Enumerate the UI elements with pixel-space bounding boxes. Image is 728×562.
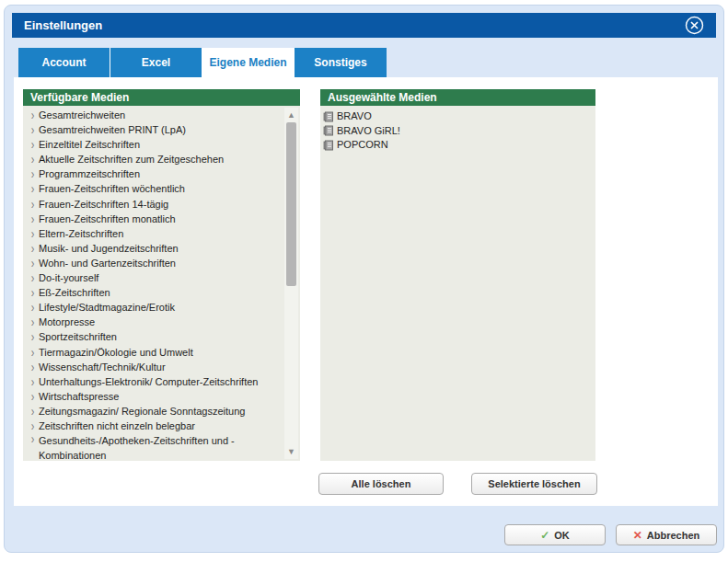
tree-item[interactable]: › Wirtschaftspresse (27, 389, 282, 404)
tree-item-label: Motorpresse (39, 315, 95, 329)
magazine-icon (323, 125, 334, 136)
tree-item[interactable]: › Tiermagazin/Ökologie und Umwelt (27, 345, 282, 360)
tree-item[interactable]: › Zeitschriften nicht einzeln belegbar (27, 419, 282, 433)
tab-excel[interactable]: Excel (110, 48, 202, 77)
tree-item[interactable]: › Programmzeitschriften (27, 166, 282, 181)
tree-item-label: Zeitschriften nicht einzeln belegbar (39, 419, 195, 433)
tree-item-label: Programmzeitschriften (39, 166, 140, 181)
tree-item[interactable]: › Frauen-Zeitschriften wöchentlich (27, 181, 282, 196)
tree-item-label: Gesundheits-/Apotheken-Zeitschriften und… (39, 433, 282, 461)
ok-button[interactable]: ✓ OK (504, 524, 606, 545)
available-media-header: Verfügbare Medien (23, 89, 300, 106)
tree-item[interactable]: › Eß-Zeitschriften (27, 285, 282, 300)
tree-item-label: Wirtschaftspresse (39, 389, 119, 404)
tree-item-label: Frauen-Zeitschriften wöchentlich (39, 181, 185, 196)
tree-item-label: Lifestyle/Stadtmagazine/Erotik (39, 300, 175, 315)
tree-item-label: Musik- und Jugendzeitschriften (39, 241, 179, 256)
magazine-icon (323, 140, 334, 151)
tab-content: Verfügbare Medien › Gesamtreichweiten › … (14, 77, 718, 506)
available-media-list: › Gesamtreichweiten › Gesamtreichweiten … (23, 106, 300, 461)
tab-sonstiges[interactable]: Sonstiges (295, 48, 387, 77)
tree-item[interactable]: › Unterhaltungs-Elektronik/ Computer-Zei… (27, 374, 282, 389)
selected-media-header: Ausgewählte Medien (320, 89, 595, 106)
tree-item-label: Frauen-Zeitschriften monatlich (39, 212, 176, 226)
delete-selected-button[interactable]: Selektierte löschen (471, 473, 597, 495)
tree-item-label: Zeitungsmagazin/ Regionale Sonntagszeitu… (39, 404, 245, 419)
available-media-panel: Verfügbare Medien › Gesamtreichweiten › … (23, 89, 300, 461)
magazine-icon (323, 111, 334, 122)
tree-item[interactable]: › Eltern-Zeitschriften (27, 226, 282, 241)
tree-item-label: Gesamtreichweiten (39, 108, 125, 122)
tab-eigene-medien[interactable]: Eigene Medien (202, 48, 295, 77)
tree-item[interactable]: › Frauen-Zeitschriften monatlich (27, 212, 282, 226)
ok-button-label: OK (554, 530, 570, 541)
scrollbar-up-icon[interactable]: ▲ (284, 109, 298, 120)
tree-item[interactable]: › Wissenschaft/Technik/Kultur (27, 360, 282, 374)
tree-item-label: Sportzeitschriften (39, 329, 117, 344)
tree-item[interactable]: › Wohn- und Gartenzeitschriften (27, 256, 282, 270)
selected-media-label: BRAVO (337, 109, 372, 124)
tree-item-label: Eß-Zeitschriften (39, 285, 110, 300)
tree-item[interactable]: › Motorpresse (27, 315, 282, 329)
scrollbar-down-icon[interactable]: ▼ (284, 446, 298, 457)
cancel-button-label: Abbrechen (647, 530, 699, 541)
tree-item-label: Eltern-Zeitschriften (39, 226, 123, 241)
tree-item[interactable]: › Zeitungsmagazin/ Regionale Sonntagszei… (27, 404, 282, 419)
tree-item-label: Do-it-yourself (39, 270, 98, 285)
scrollbar-thumb[interactable] (286, 122, 296, 286)
tab-account[interactable]: Account (18, 48, 110, 77)
tree-item[interactable]: › Gesundheits-/Apotheken-Zeitschriften u… (27, 433, 282, 461)
dialog-titlebar: Einstellungen (12, 13, 716, 38)
tree-item-label: Unterhaltungs-Elektronik/ Computer-Zeits… (39, 374, 258, 389)
tree-item-label: Einzeltitel Zeitschriften (39, 137, 140, 152)
close-icon[interactable] (685, 16, 704, 35)
delete-all-button[interactable]: Alle löschen (318, 473, 444, 495)
tree-item[interactable]: › Gesamtreichweiten PRINT (LpA) (27, 122, 282, 137)
tree-item-label: Wissenschaft/Technik/Kultur (39, 360, 166, 374)
tree-item-label: Wohn- und Gartenzeitschriften (39, 256, 176, 270)
cancel-button[interactable]: ✕ Abbrechen (616, 524, 717, 545)
settings-dialog: Einstellungen Account Excel Eigene Medie… (4, 5, 724, 553)
tree-item[interactable]: › Einzeltitel Zeitschriften (27, 137, 282, 152)
tree-item[interactable]: › Gesamtreichweiten (27, 108, 282, 122)
selected-media-item[interactable]: POPCORN (323, 138, 592, 153)
tree-item[interactable]: › Sportzeitschriften (27, 329, 282, 344)
selected-media-label: POPCORN (337, 138, 388, 153)
tree-item[interactable]: › Do-it-yourself (27, 270, 282, 285)
scrollbar[interactable]: ▲ ▼ (284, 108, 298, 459)
x-icon: ✕ (633, 529, 642, 542)
tree-item[interactable]: › Frauen-Zeitschriften 14-tägig (27, 197, 282, 212)
tree-item[interactable]: › Aktuelle Zeitschriften zum Zeitgescheh… (27, 152, 282, 166)
tree-item-label: Frauen-Zeitschriften 14-tägig (39, 197, 168, 212)
selected-media-list: BRAVO BRAVO GiRL! POPCORN (320, 106, 595, 461)
tree-item-label: Tiermagazin/Ökologie und Umwelt (39, 345, 193, 360)
selected-media-item[interactable]: BRAVO GiRL! (323, 124, 592, 139)
selected-media-label: BRAVO GiRL! (337, 124, 400, 139)
tree-item-label: Aktuelle Zeitschriften zum Zeitgeschehen (39, 152, 224, 166)
tree-item-label: Gesamtreichweiten PRINT (LpA) (39, 122, 186, 137)
chevron-right-icon[interactable]: › (27, 430, 39, 461)
selected-media-panel: Ausgewählte Medien BRAVO BRAVO GiRL! POP… (320, 89, 595, 461)
check-icon: ✓ (540, 529, 549, 542)
tab-bar: Account Excel Eigene Medien Sonstiges (18, 48, 387, 77)
dialog-title: Einstellungen (12, 18, 102, 32)
tree-item[interactable]: › Musik- und Jugendzeitschriften (27, 241, 282, 256)
tree-item[interactable]: › Lifestyle/Stadtmagazine/Erotik (27, 300, 282, 315)
selected-media-item[interactable]: BRAVO (323, 109, 592, 124)
